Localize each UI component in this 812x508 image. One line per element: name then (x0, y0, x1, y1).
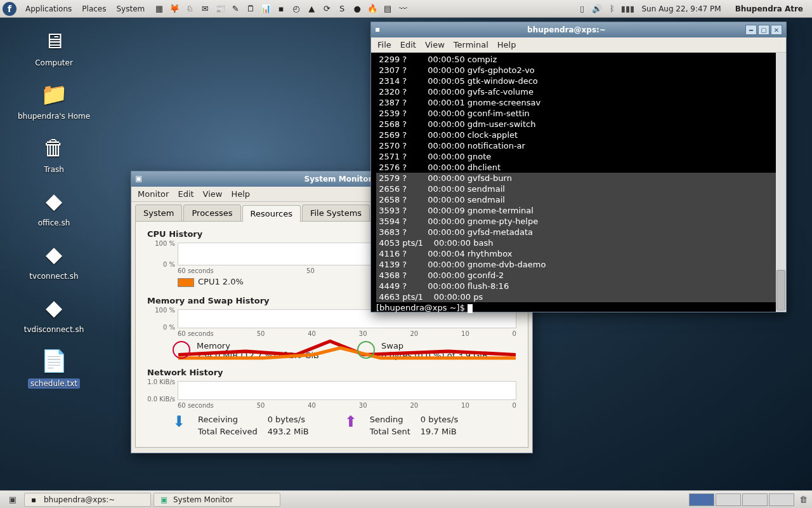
tvconnect-label: tvconnect.sh (29, 272, 78, 281)
term-menu-edit[interactable]: Edit (400, 40, 416, 50)
terminal-titlebar[interactable]: ▪ bhupendra@xps:~ ━ ▢ ✕ (371, 22, 786, 37)
launcher-firefox-icon[interactable]: 🦊 (167, 2, 181, 16)
desktop-icon-trash[interactable]: 🗑Trash (6, 132, 102, 174)
desktop-icon-tvdisconnect[interactable]: ◆tvdisconnect.sh (6, 292, 102, 334)
launcher-spreadsheet-icon[interactable]: ▤ (381, 2, 395, 16)
trash-icon: 🗑 (39, 132, 69, 163)
top-panel: f Applications Places System ▦🦊♘✉📰✎🗒📊▪◴▲… (0, 0, 812, 18)
launcher-row: ▦🦊♘✉📰✎🗒📊▪◴▲⟳S●🔥▤〰 (150, 2, 412, 16)
computer-icon: 🖥 (39, 25, 69, 56)
tab-system[interactable]: System (135, 204, 182, 221)
launcher-berry-icon[interactable]: ● (350, 2, 364, 16)
launcher-chart-icon[interactable]: 📊 (259, 2, 273, 16)
schedule-label: schedule.txt (28, 378, 80, 389)
desktop-icon-computer[interactable]: 🖥Computer (6, 25, 102, 67)
tab-processes[interactable]: Processes (183, 204, 240, 221)
terminal-scroll-thumb[interactable] (776, 270, 785, 311)
battery-icon[interactable]: ▯ (575, 3, 588, 15)
sysmon-menu-monitor[interactable]: Monitor (138, 189, 169, 199)
terminal-output[interactable]: 2299 ? 00:00:50 compiz 2307 ? 00:00:00 g… (371, 53, 786, 312)
maximize-button[interactable]: ▢ (758, 25, 769, 35)
launcher-editor-icon[interactable]: ✎ (228, 2, 242, 16)
launcher-update-icon[interactable]: ⟳ (320, 2, 334, 16)
terminal-window: ▪ bhupendra@xps:~ ━ ▢ ✕ File Edit View T… (370, 22, 787, 312)
launcher-fire-icon[interactable]: 🔥 (365, 2, 379, 16)
launcher-terminal-icon[interactable]: ▪ (274, 2, 288, 16)
desktop-icon-schedule[interactable]: 📄schedule.txt (6, 345, 102, 389)
launcher-chess-icon[interactable]: ♘ (183, 2, 197, 16)
launcher-rss-icon[interactable]: 📰 (213, 2, 227, 16)
launcher-disk-icon[interactable]: ◴ (289, 2, 303, 16)
launcher-vlc-icon[interactable]: ▲ (304, 2, 318, 16)
bottom-panel: ▣ ▪ bhupendra@xps:~ ▣ System Monitor 🗑 (0, 490, 812, 508)
network-icon[interactable]: ▮▮▮ (621, 3, 634, 15)
menu-applications[interactable]: Applications (20, 4, 77, 13)
close-button[interactable]: ✕ (771, 25, 782, 35)
workspace-4[interactable] (769, 493, 794, 506)
sent-total-label: Total Sent (370, 426, 419, 437)
sysmon-menu-edit[interactable]: Edit (178, 189, 193, 199)
launcher-notes-icon[interactable]: 🗒 (244, 2, 258, 16)
launcher-wave-icon[interactable]: 〰 (396, 2, 410, 16)
net-history-title: Network History (147, 368, 516, 377)
workspace-1[interactable] (689, 493, 714, 506)
tvdisconnect-icon: ◆ (39, 292, 69, 323)
recv-total: 493.2 MiB (268, 426, 318, 437)
desktop-icon-office[interactable]: ◆office.sh (6, 185, 102, 227)
terminal-title-icon: ▪ (375, 25, 385, 35)
task-sysmon-icon: ▣ (160, 495, 169, 504)
term-menu-file[interactable]: File (377, 40, 391, 50)
launcher-vbox-icon[interactable]: ▦ (152, 2, 166, 16)
office-label: office.sh (38, 218, 70, 227)
sent-rate: 0 bytes/s (421, 414, 467, 425)
task-sysmon[interactable]: ▣ System Monitor (154, 493, 280, 507)
term-menu-help[interactable]: Help (497, 40, 516, 50)
launcher-skype-icon[interactable]: S (335, 2, 349, 16)
memory-gauge-icon (173, 341, 190, 359)
tvdisconnect-label: tvdisconnect.sh (24, 325, 84, 334)
home-icon: 📁 (39, 79, 69, 109)
volume-icon[interactable]: 🔊 (591, 3, 603, 15)
swap-gauge-icon (357, 341, 375, 359)
tab-filesystems[interactable]: File Systems (302, 204, 370, 221)
net-history-graph: 1.0 KiB/s 0.0 KiB/s 60 seconds 50 40 30 … (147, 381, 516, 409)
task-terminal-icon: ▪ (31, 495, 40, 504)
tab-resources[interactable]: Resources (242, 205, 301, 222)
menu-places[interactable]: Places (77, 4, 111, 13)
term-menu-view[interactable]: View (425, 40, 445, 50)
sent-label: Sending (370, 414, 419, 425)
recv-rate: 0 bytes/s (268, 414, 318, 425)
launcher-mail-icon[interactable]: ✉ (198, 2, 212, 16)
terminal-title: bhupendra@xps:~ (388, 25, 745, 34)
desktop-icon-home[interactable]: 📁bhupendra's Home (6, 79, 102, 121)
desktop-icon-tvconnect[interactable]: ◆tvconnect.sh (6, 239, 102, 281)
cpu-x60: 60 seconds (178, 267, 214, 274)
sysmon-title-icon: ▣ (135, 174, 145, 184)
office-icon: ◆ (39, 185, 69, 216)
task-terminal-label: bhupendra@xps:~ (44, 495, 115, 504)
system-tray: ▯ 🔊 ᛒ ▮▮▮ Sun Aug 22, 9:47 PM Bhupendra … (575, 3, 809, 15)
task-sysmon-label: System Monitor (173, 495, 233, 504)
terminal-menubar: File Edit View Terminal Help (371, 37, 786, 53)
workspace-2[interactable] (716, 493, 741, 506)
sent-total: 19.7 MiB (421, 426, 467, 437)
workspace-3[interactable] (742, 493, 768, 506)
task-terminal[interactable]: ▪ bhupendra@xps:~ (24, 493, 151, 507)
terminal-window-buttons: ━ ▢ ✕ (745, 25, 782, 35)
show-desktop-icon[interactable]: ▣ (6, 493, 19, 506)
clock-label[interactable]: Sun Aug 22, 9:47 PM (636, 4, 726, 13)
menu-system[interactable]: System (111, 4, 150, 13)
sysmon-menu-help[interactable]: Help (231, 189, 250, 199)
user-name-label[interactable]: Bhupendra Atre (729, 4, 809, 13)
terminal-scrollbar[interactable] (776, 53, 786, 312)
net-values: ⬇ Receiving0 bytes/s Total Received493.2… (173, 413, 516, 438)
bluetooth-icon[interactable]: ᛒ (606, 3, 619, 15)
fedora-logo-icon[interactable]: f (3, 2, 16, 16)
minimize-button[interactable]: ━ (745, 25, 757, 35)
workspace-switcher[interactable] (689, 493, 797, 506)
sysmon-menu-view[interactable]: View (203, 189, 223, 199)
cpu-ylab-top: 100 % (147, 240, 175, 247)
term-menu-terminal[interactable]: Terminal (454, 40, 488, 50)
trash-panel-icon[interactable]: 🗑 (797, 493, 809, 506)
desktop-icons: 🖥Computer📁bhupendra's Home🗑Trash◆office.… (6, 25, 114, 400)
